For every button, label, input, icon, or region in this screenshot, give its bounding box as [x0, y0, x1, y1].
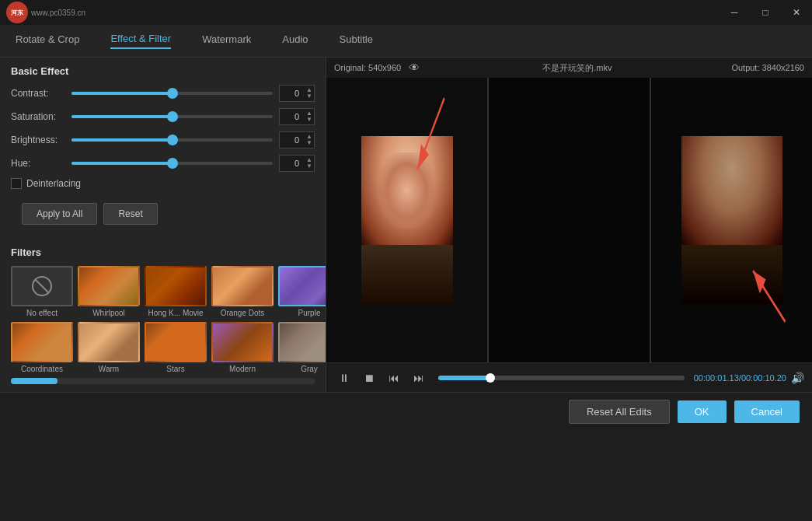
filter-thumb-warm [78, 322, 140, 362]
filter-thumb-no-effect [11, 266, 73, 306]
tab-audio[interactable]: Audio [282, 33, 308, 48]
contrast-slider[interactable] [71, 86, 273, 101]
saturation-label: Saturation: [11, 111, 65, 122]
preview-area [326, 78, 812, 362]
filter-thumb-purple [278, 266, 326, 306]
brightness-value[interactable]: 0 ▲ ▼ [279, 131, 315, 149]
filter-thumb-modern [211, 322, 274, 362]
original-size-label: Original: 540x960 [334, 63, 401, 72]
filename-label: 不是开玩笑的.mkv [542, 62, 612, 74]
titlebar: 河东 www.pc0359.cn ─ □ ✕ [0, 0, 812, 25]
filter-modern[interactable]: Modern [211, 322, 274, 373]
preview-middle [489, 78, 650, 362]
progress-bar[interactable] [438, 376, 685, 380]
filter-name-orangedots: Orange Dots [221, 309, 265, 317]
filter-thumb-orangedots [211, 266, 274, 306]
bottom-bar: Reset All Edits OK Cancel [0, 392, 812, 431]
tab-watermark[interactable]: Watermark [202, 33, 251, 48]
app-logo: 河东 [6, 2, 28, 23]
filter-thumb-gray [278, 322, 326, 362]
filters-scrollbar[interactable] [11, 378, 315, 384]
visibility-icon[interactable]: 👁 [406, 59, 423, 76]
next-frame-button[interactable]: ⏭ [409, 368, 429, 388]
filter-thumb-coordinates [11, 322, 73, 362]
volume-button[interactable]: 🔊 [791, 372, 804, 384]
play-pause-button[interactable]: ⏸ [334, 368, 354, 388]
effect-buttons: Apply to All Reset [11, 197, 315, 231]
filtered-preview [681, 136, 782, 304]
nav-tabs: Rotate & Crop Effect & Filter Watermark … [0, 25, 812, 58]
contrast-value[interactable]: 0 ▲ ▼ [279, 85, 315, 102]
filter-stars[interactable]: Stars [145, 322, 207, 373]
hue-label: Hue: [11, 158, 65, 169]
filter-hongkong[interactable]: Hong K... Movie [145, 266, 207, 317]
right-panel: Original: 540x960 👁 不是开玩笑的.mkv Output: 3… [326, 58, 812, 392]
contrast-row: Contrast: 0 ▲ ▼ [11, 85, 315, 102]
close-button[interactable]: ✕ [781, 0, 812, 25]
basic-effect-section: Basic Effect Contrast: 0 ▲ ▼ [0, 58, 326, 239]
filter-no-effect[interactable]: No effect [11, 266, 73, 317]
filter-name-coordinates: Coordinates [21, 365, 63, 373]
filters-grid: No effect Whirlpool Hong K... Movie Oran… [11, 266, 315, 373]
filter-coordinates[interactable]: Coordinates [11, 322, 73, 373]
ok-button[interactable]: OK [678, 400, 727, 423]
cancel-button[interactable]: Cancel [734, 400, 800, 423]
filter-name-whirlpool: Whirlpool [92, 309, 125, 317]
filter-name-warm: Warm [99, 365, 119, 373]
filters-scroll-thumb[interactable] [11, 378, 58, 384]
filters-title: Filters [11, 247, 315, 258]
filter-name-modern: Modern [229, 365, 256, 373]
left-panel: Basic Effect Contrast: 0 ▲ ▼ [0, 58, 326, 392]
preview-header: Original: 540x960 👁 不是开玩笑的.mkv Output: 3… [326, 58, 812, 78]
filter-warm[interactable]: Warm [78, 322, 140, 373]
minimize-button[interactable]: ─ [719, 0, 750, 25]
playback-controls: ⏸ ⏹ ⏮ ⏭ 00:00:01.13/00:00:10.20 🔊 [326, 362, 812, 392]
hue-down[interactable]: ▼ [306, 163, 312, 170]
saturation-value[interactable]: 0 ▲ ▼ [279, 108, 315, 125]
restore-button[interactable]: □ [750, 0, 781, 25]
tab-effect-filter[interactable]: Effect & Filter [110, 33, 171, 49]
filter-name-hongkong: Hong K... Movie [148, 309, 203, 317]
output-size-label: Output: 3840x2160 [731, 63, 804, 72]
progress-fill [438, 376, 490, 380]
brightness-row: Brightness: 0 ▲ ▼ [11, 131, 315, 149]
brightness-down[interactable]: ▼ [306, 140, 312, 146]
reset-button[interactable]: Reset [103, 203, 157, 225]
preview-right [651, 78, 812, 362]
filter-thumb-stars [145, 322, 207, 362]
tab-subtitle[interactable]: Subtitle [340, 33, 373, 48]
preview-left [326, 78, 487, 362]
window-controls: ─ □ ✕ [719, 0, 812, 25]
brightness-slider[interactable] [71, 132, 273, 148]
main-content: Basic Effect Contrast: 0 ▲ ▼ [0, 58, 812, 392]
saturation-down[interactable]: ▼ [306, 117, 312, 123]
filter-thumb-hongkong [145, 266, 207, 306]
progress-thumb[interactable] [486, 373, 495, 383]
brightness-label: Brightness: [11, 135, 65, 145]
filter-name-gray: Gray [301, 365, 318, 373]
filter-whirlpool[interactable]: Whirlpool [78, 266, 140, 317]
filters-panel: Filters No effect Whirlpool [0, 239, 326, 392]
time-display: 00:00:01.13/00:00:10.20 [694, 373, 786, 383]
deinterlacing-checkbox[interactable] [11, 178, 22, 189]
deinterlacing-label: Deinterlacing [26, 178, 81, 189]
prev-frame-button[interactable]: ⏮ [384, 368, 404, 388]
filter-gray[interactable]: Gray [278, 322, 326, 373]
stop-button[interactable]: ⏹ [359, 368, 379, 388]
filter-name-purple: Purple [298, 309, 321, 317]
filter-name-stars: Stars [166, 365, 184, 373]
saturation-row: Saturation: 0 ▲ ▼ [11, 108, 315, 125]
filter-purple[interactable]: Purple [278, 266, 326, 317]
tab-rotate-crop[interactable]: Rotate & Crop [16, 33, 79, 48]
hue-slider[interactable] [71, 156, 273, 171]
contrast-down[interactable]: ▼ [306, 93, 312, 100]
reset-all-edits-button[interactable]: Reset All Edits [569, 400, 670, 424]
filter-name-no-effect: No effect [26, 309, 58, 317]
filter-orangedots[interactable]: Orange Dots [211, 266, 274, 317]
filter-thumb-whirlpool [78, 266, 140, 306]
hue-value[interactable]: 0 ▲ ▼ [279, 155, 315, 172]
svg-line-1 [35, 279, 49, 293]
saturation-slider[interactable] [71, 109, 273, 124]
apply-to-all-button[interactable]: Apply to All [22, 203, 97, 225]
site-text: www.pc0359.cn [31, 9, 85, 17]
